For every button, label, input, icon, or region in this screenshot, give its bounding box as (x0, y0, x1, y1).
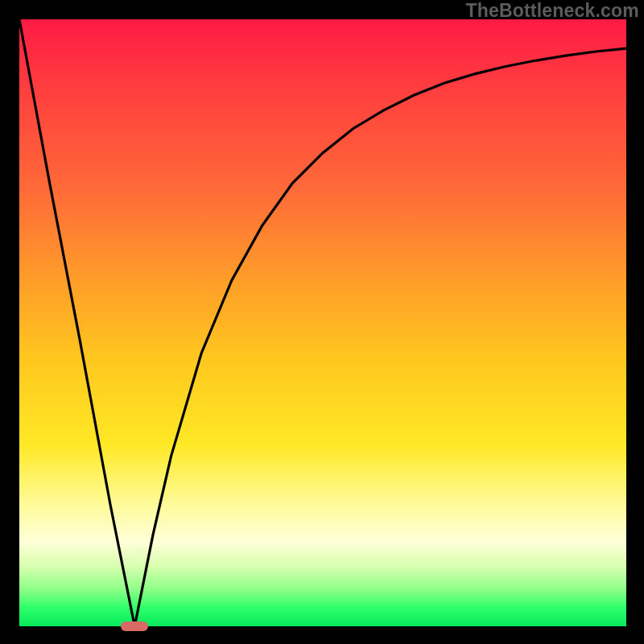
watermark-text: TheBottleneck.com (465, 0, 639, 22)
chart-frame (19, 19, 626, 626)
curve-path (19, 19, 626, 626)
bottleneck-curve (19, 19, 626, 626)
minimum-marker (121, 621, 148, 631)
